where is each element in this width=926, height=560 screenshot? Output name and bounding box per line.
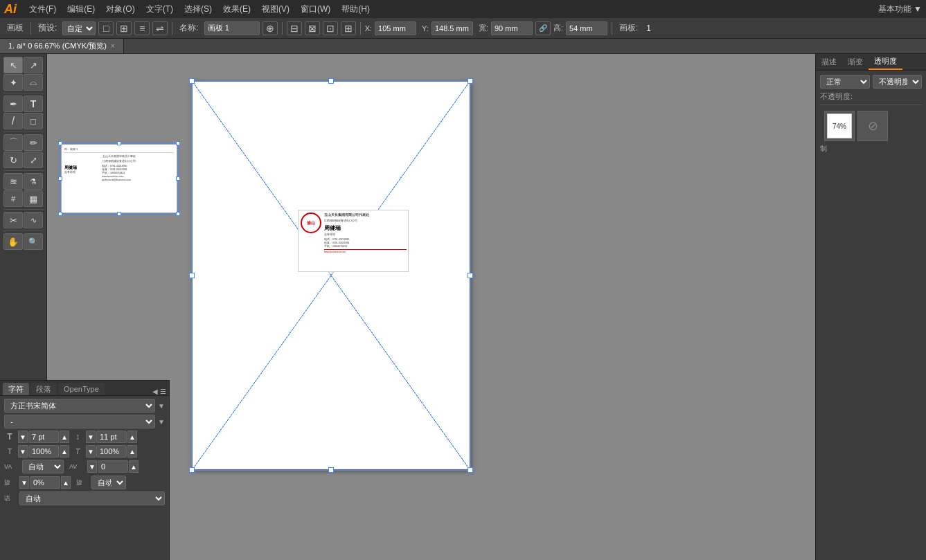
big-card-info: 玉山天长集团有限公司代表处 江西省机械设备进出口公司 周健瑞 业务经理 电话：0… [323, 210, 408, 271]
preset-select[interactable]: 自定 [62, 21, 96, 35]
opacity-label: 不透明度: [820, 91, 853, 102]
panel-menu-btn[interactable]: ☰ [160, 388, 166, 395]
menu-select[interactable]: 选择(S) [179, 2, 217, 17]
big-card-logo-circle: 渝山 [301, 213, 321, 233]
link-btn[interactable]: 🔗 [535, 21, 551, 35]
hand-tool[interactable]: ✋ [3, 233, 23, 250]
card-main: 周健瑞 业务经理 电话：0761-43218965 传真：0591-834559… [64, 165, 174, 181]
line-height-up[interactable]: ▲ [127, 431, 137, 443]
sep5 [612, 22, 612, 35]
rotation-row: 旋 ▼ ▲ 旋 自动 [4, 476, 165, 489]
tracking-label: VA [4, 463, 19, 470]
preset-btn3[interactable]: ≡ [134, 21, 150, 35]
rotation-up[interactable]: ▲ [61, 476, 71, 489]
h-scale-down[interactable]: ▼ [18, 445, 28, 458]
menu-help[interactable]: 帮助(H) [336, 2, 375, 17]
h-scale-input[interactable] [28, 445, 59, 458]
v-scale-up[interactable]: ▲ [127, 445, 137, 458]
target-btn[interactable]: ⊕ [262, 21, 278, 35]
w-input[interactable] [491, 21, 533, 35]
scale-tool[interactable]: ⤢ [24, 152, 43, 168]
font-size-down[interactable]: ▼ [18, 431, 28, 443]
baseline-select[interactable]: 自动 [91, 476, 126, 489]
tab-describe[interactable]: 描述 [816, 54, 842, 70]
v-scale-input[interactable] [96, 445, 127, 458]
font-size-input[interactable] [28, 431, 59, 443]
tab-character[interactable]: 字符 [3, 383, 29, 395]
preset-btn1[interactable]: □ [98, 21, 114, 35]
selection-tool[interactable]: ↖ [3, 57, 23, 73]
preset-btn4[interactable]: ⇌ [152, 21, 168, 35]
extra-tool[interactable]: ∿ [24, 212, 43, 228]
opacity-placeholder[interactable]: 不透明度: [873, 75, 923, 89]
make-mask-btn[interactable]: 制 [820, 144, 827, 154]
doc-tab[interactable]: 1. ai* 0 66.67% (CMYK/预览) × [0, 39, 124, 53]
direct-selection-tool[interactable]: ↗ [24, 57, 43, 73]
doc-tab-bar: 1. ai* 0 66.67% (CMYK/预览) × [0, 39, 926, 54]
thumb-box-1[interactable]: 74% [824, 111, 855, 141]
menu-text[interactable]: 文字(T) [141, 2, 179, 17]
menu-window[interactable]: 窗口(W) [295, 2, 336, 17]
font-style-select[interactable]: - [4, 415, 155, 428]
h-input[interactable] [566, 21, 607, 35]
line-height-down[interactable]: ▼ [86, 431, 96, 443]
pen-tool[interactable]: ✒ [3, 96, 23, 112]
doc-tab-close[interactable]: × [111, 42, 115, 50]
panel-label: 画板 [4, 22, 26, 34]
font-family-arrow[interactable]: ▼ [158, 402, 165, 410]
name-input[interactable] [204, 21, 260, 35]
v-scale-down[interactable]: ▼ [86, 445, 96, 458]
rotation-stepper: ▼ ▲ [19, 476, 71, 489]
font-style-arrow[interactable]: ▼ [158, 418, 165, 426]
workspace-label[interactable]: 基本功能 ▼ [878, 3, 922, 15]
tab-gradient[interactable]: 渐变 [842, 54, 869, 70]
rotate-tool[interactable]: ↻ [3, 152, 23, 168]
big-card-logo-text: 渝山 [307, 220, 315, 226]
menu-effect[interactable]: 效果(E) [217, 2, 256, 17]
type-tool[interactable]: T [24, 96, 43, 112]
char-panel: 字符 段落 OpenType ◀ ☰ 方正书宋简体 ▼ - ▼ T ▼ [0, 380, 170, 560]
paintbrush-tool[interactable]: ⌒ [3, 134, 23, 151]
rotation-down[interactable]: ▼ [19, 476, 29, 489]
align-btn4[interactable]: ⊞ [341, 21, 356, 35]
align-btn1[interactable]: ⊟ [287, 21, 302, 35]
rect-tool[interactable]: □ [24, 113, 43, 129]
eyedropper-tool[interactable]: ⚗ [24, 173, 43, 190]
magic-wand-tool[interactable]: ✦ [3, 74, 23, 91]
pencil-tool[interactable]: ✏ [24, 134, 43, 151]
tab-paragraph[interactable]: 段落 [30, 383, 57, 395]
menu-view[interactable]: 视图(V) [256, 2, 295, 17]
scissors-tool[interactable]: ✂ [3, 212, 23, 228]
align-btn2[interactable]: ⊠ [305, 21, 320, 35]
menu-object[interactable]: 对象(O) [100, 2, 140, 17]
lasso-tool[interactable]: ⌓ [24, 74, 43, 91]
font-size-up[interactable]: ▲ [60, 431, 69, 443]
zoom-tool[interactable]: 🔍 [24, 233, 43, 250]
align-btn3[interactable]: ⊡ [323, 21, 338, 35]
rotation-input[interactable] [30, 476, 60, 489]
kerning-input[interactable] [98, 460, 128, 473]
preset-btn2[interactable]: ⊞ [116, 21, 132, 35]
tab-transparency[interactable]: 透明度 [869, 54, 902, 70]
mesh-tool[interactable]: # [3, 190, 23, 207]
tab-opentype[interactable]: OpenType [58, 383, 105, 395]
y-input[interactable] [431, 21, 473, 35]
font-style-row: - ▼ [4, 415, 165, 428]
kerning-down[interactable]: ▼ [87, 460, 97, 473]
language-select[interactable]: 自动 [19, 491, 165, 505]
x-input[interactable] [375, 21, 416, 35]
tracking-select[interactable]: 自动 [22, 460, 64, 473]
menu-file[interactable]: 文件(F) [24, 2, 62, 17]
panel-collapse-btn[interactable]: ◀ [152, 388, 158, 395]
line-tool[interactable]: / [3, 113, 23, 129]
blend-tool[interactable]: ≋ [3, 173, 23, 190]
line-height-input[interactable] [96, 431, 127, 443]
kerning-up[interactable]: ▲ [129, 460, 139, 473]
gradient-tool[interactable]: ▦ [24, 190, 43, 207]
h-scale-up[interactable]: ▲ [60, 445, 69, 458]
menu-edit[interactable]: 编辑(E) [62, 2, 100, 17]
blend-mode-select[interactable]: 正常 [820, 75, 870, 89]
tool-row-10: ✋ 🔍 [3, 233, 43, 250]
thumb-box-2[interactable]: ⊘ [857, 111, 888, 141]
font-family-select[interactable]: 方正书宋简体 [4, 399, 155, 413]
